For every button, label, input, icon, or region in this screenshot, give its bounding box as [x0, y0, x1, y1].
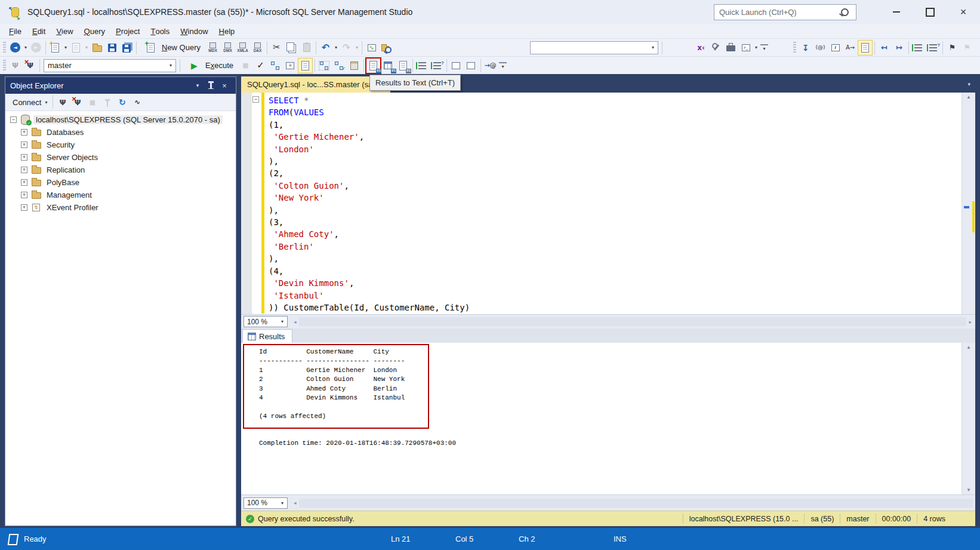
tree-item-xevent-profiler[interactable]: +↯XEvent Profiler [5, 201, 236, 214]
expand-icon[interactable]: + [21, 167, 27, 173]
intellisense-enabled-icon[interactable] [298, 59, 312, 73]
navigate-forward-icon[interactable]: ► [29, 41, 43, 55]
decrease-indent-icon[interactable] [449, 59, 463, 73]
dropdown-caret-icon[interactable]: ▾ [333, 45, 339, 50]
add-item-icon[interactable] [69, 41, 83, 55]
new-query-button[interactable]: New Query [138, 41, 205, 55]
scroll-left-icon[interactable]: ◂ [294, 500, 297, 506]
find-in-files-icon[interactable] [380, 41, 393, 55]
activity-monitor-icon[interactable]: ∿ [130, 95, 144, 109]
toolbar-grip[interactable] [3, 60, 6, 72]
expand-icon[interactable]: + [21, 129, 27, 136]
menu-tools[interactable]: Tools [145, 24, 175, 38]
expand-icon[interactable]: + [21, 204, 27, 211]
window-position-icon[interactable]: ▾ [191, 82, 204, 88]
toolbar-overflow-icon[interactable]: ▾ [760, 44, 768, 51]
stop-icon[interactable]: ■ [85, 95, 99, 109]
outline-margin[interactable]: − [252, 93, 261, 314]
status-char[interactable]: Ch 2 [519, 528, 535, 550]
object-explorer-header[interactable]: Object Explorer ▾ × [5, 77, 236, 94]
dropdown-caret-icon[interactable]: ▾ [84, 45, 90, 50]
close-button[interactable]: × [947, 0, 980, 24]
search-icon[interactable] [841, 8, 849, 16]
estimated-plan-icon[interactable] [269, 59, 282, 73]
decrease-line-indent-icon[interactable]: ↤ [877, 41, 891, 55]
quick-launch-input[interactable]: Quick Launch (Ctrl+Q) [714, 4, 856, 20]
toolbox-icon[interactable] [724, 41, 738, 55]
tab-list-chevron-icon[interactable]: ▾ [967, 81, 970, 87]
dropdown-caret-icon[interactable]: ▾ [63, 45, 69, 50]
activity-monitor-icon[interactable]: ∿ [365, 41, 378, 55]
scroll-right-icon[interactable]: ▸ [969, 319, 972, 325]
dax-query-icon[interactable]: DAX [251, 41, 264, 55]
increase-indent-icon[interactable] [464, 59, 478, 73]
actual-plan-icon[interactable] [318, 59, 331, 73]
expand-icon[interactable]: + [21, 154, 27, 161]
pin-icon[interactable] [210, 83, 212, 88]
toggle-bookmark-icon[interactable]: ⚑ [945, 41, 959, 55]
disconnect-plug-icon[interactable]: Ψ× [70, 95, 84, 109]
uncomment-icon[interactable] [430, 59, 444, 73]
tree-item-replication[interactable]: +Replication [5, 164, 236, 176]
tree-item-security[interactable]: +Security [5, 139, 236, 151]
template-parameters-icon[interactable]: →@ [483, 59, 497, 73]
command-window-icon[interactable]: >_ [739, 41, 753, 55]
comment-out-icon[interactable] [415, 59, 429, 73]
increase-line-indent-icon[interactable]: ↦ [892, 41, 906, 55]
tree-item-polybase[interactable]: +PolyBase [5, 176, 236, 189]
find-combobox[interactable]: ▾ [530, 41, 658, 54]
minimize-button[interactable] [880, 0, 913, 24]
results-to-text-icon[interactable]: 01 [366, 59, 380, 73]
status-insert-mode[interactable]: INS [614, 528, 627, 550]
tree-item-management[interactable]: +Management [5, 189, 236, 201]
connect-button[interactable]: Connect ▾ [9, 95, 51, 109]
properties-window-icon[interactable] [709, 41, 723, 55]
menu-view[interactable]: View [51, 24, 78, 38]
complete-word-icon[interactable]: A→ [843, 41, 857, 55]
collapse-icon[interactable]: − [10, 116, 17, 123]
status-column[interactable]: Col 5 [455, 528, 473, 550]
execute-button[interactable]: ▶Execute [182, 59, 238, 73]
parameter-info-icon[interactable]: (@) [813, 41, 827, 55]
cut-icon[interactable]: ✂ [270, 41, 283, 55]
mdx-query-icon[interactable]: MDX [206, 41, 220, 55]
dropdown-caret-icon[interactable]: ▾ [753, 45, 759, 50]
code-text-area[interactable]: SELECT *FROM(VALUES(1, 'Gertie Michener'… [269, 94, 961, 314]
cancel-icon[interactable]: ■ [239, 59, 252, 73]
menu-edit[interactable]: Edit [27, 24, 51, 38]
maximize-button[interactable] [913, 0, 947, 24]
redo-icon[interactable]: ↷ [340, 41, 353, 55]
previous-bookmark-icon[interactable]: ⚑ [960, 41, 974, 55]
new-file-icon[interactable] [48, 41, 62, 55]
tree-item-databases[interactable]: +Databases [5, 126, 236, 139]
tree-item-server-objects[interactable]: +Server Objects [5, 151, 236, 164]
menu-file[interactable]: File [4, 24, 27, 38]
dmx-query-icon[interactable]: DMX [221, 41, 235, 55]
paste-icon[interactable] [300, 41, 313, 55]
menu-window[interactable]: Window [175, 24, 213, 38]
toolbar-grip[interactable] [793, 42, 796, 54]
results-zoom-combobox[interactable]: 100 % ▾ [244, 497, 288, 509]
close-icon[interactable]: × [218, 81, 231, 90]
editor-horizontal-scrollbar[interactable] [299, 317, 967, 326]
tab-results[interactable]: Results [242, 329, 292, 343]
xmla-query-icon[interactable]: XMLA [236, 41, 249, 55]
connect-plug-icon[interactable]: Ψ [56, 95, 69, 109]
expand-icon[interactable]: + [21, 192, 27, 198]
object-explorer-tree[interactable]: −localhost\SQLEXPRESS (SQL Server 15.0.2… [5, 111, 236, 526]
document-tab[interactable]: SQLQuery1.sql - loc...SS.master (sa [241, 76, 390, 93]
client-stats-icon[interactable] [347, 59, 361, 73]
quick-info-icon[interactable]: i [828, 41, 842, 55]
navigate-back-icon[interactable]: ◄ [8, 41, 22, 55]
menu-project[interactable]: Project [110, 24, 145, 38]
scroll-up-icon[interactable]: ▲ [962, 343, 975, 352]
status-line[interactable]: Ln 21 [391, 528, 411, 550]
scroll-up-icon[interactable]: ▲ [962, 93, 975, 102]
expand-icon[interactable]: + [21, 142, 27, 148]
results-to-grid-icon[interactable]: 01 [381, 59, 395, 73]
change-connection-icon[interactable]: Ψ× [23, 59, 37, 73]
scroll-left-icon[interactable]: ◂ [294, 319, 297, 325]
connect-icon[interactable]: Ψ [8, 59, 22, 73]
sqlcmd-mode-icon[interactable]: x‹ [694, 41, 708, 55]
available-databases-combobox[interactable]: master▾ [44, 59, 176, 72]
